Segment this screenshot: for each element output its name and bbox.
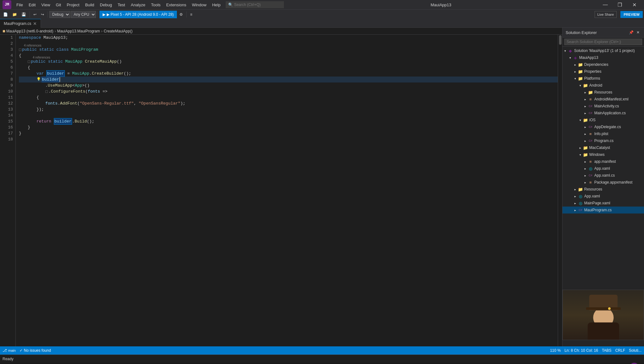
tree-arrow-platforms[interactable]: ▾: [573, 77, 578, 80]
tree-arrow-project[interactable]: ▾: [568, 56, 573, 60]
tree-item-windows[interactable]: ▾📁Windows: [562, 151, 644, 158]
doc-tab-mauiprogram[interactable]: MauiProgram.cs ✕: [0, 19, 41, 28]
code-line-18[interactable]: [19, 136, 558, 142]
tree-item-mainactivity[interactable]: ▸C#MainActivity.cs: [562, 103, 644, 110]
tree-arrow-dependencies[interactable]: ▸: [573, 63, 578, 66]
code-line-5[interactable]: 4 referencespublic static MauiApp Create…: [19, 59, 558, 65]
tree-arrow-androidmanifest[interactable]: ▸: [583, 98, 588, 101]
breadcrumb-namespace[interactable]: ◼ MauiApp13 (net6.0-android): [3, 29, 53, 33]
se-close-icon[interactable]: ✕: [635, 30, 641, 35]
tree-arrow-ios[interactable]: ▾: [578, 118, 583, 122]
collapse-marker-10[interactable]: [45, 90, 48, 93]
close-tab-button[interactable]: ✕: [33, 21, 37, 26]
tree-arrow-appxaml-win[interactable]: ▸: [583, 167, 588, 170]
breadcrumb-method[interactable]: CreateMauiApp(): [104, 29, 133, 33]
menu-test[interactable]: Test: [115, 2, 128, 8]
tree-item-project[interactable]: ▾◈MauiApp13: [562, 54, 644, 61]
tree-item-appmanifest[interactable]: ▸≡app.manifest: [562, 158, 644, 165]
tree-item-ios[interactable]: ▾📁iOS: [562, 117, 644, 123]
menu-build[interactable]: Build: [82, 2, 97, 8]
menu-view[interactable]: View: [39, 2, 53, 8]
lightbulb-icon-8[interactable]: 💡: [37, 77, 41, 82]
save-btn[interactable]: 💾: [20, 11, 28, 18]
menu-git[interactable]: Git: [53, 2, 64, 8]
minimize-button[interactable]: —: [598, 0, 613, 9]
tree-item-dependencies[interactable]: ▸📁Dependencies: [562, 61, 644, 68]
tree-item-mainapplication[interactable]: ▸C#MainApplication.cs: [562, 110, 644, 117]
tree-arrow-windows[interactable]: ▾: [578, 153, 583, 156]
menu-tools[interactable]: Tools: [149, 2, 163, 8]
menu-file[interactable]: File: [14, 2, 25, 8]
tree-arrow-mauiprogram[interactable]: ▸: [573, 208, 578, 212]
se-search-input[interactable]: [564, 39, 642, 45]
breadcrumb-class[interactable]: MauiApp13.MauiProgram: [57, 29, 100, 33]
tree-item-appdelegate[interactable]: ▸C#AppDelegate.cs: [562, 123, 644, 130]
toolbar-more[interactable]: ≡: [188, 11, 194, 18]
tree-arrow-mainapplication[interactable]: ▸: [583, 111, 588, 115]
tree-item-appxaml-win[interactable]: ▸◎App.xaml: [562, 165, 644, 172]
code-line-2[interactable]: [19, 41, 558, 47]
code-line-12[interactable]: fonts.AddFont("OpenSans-Regular.ttf", "O…: [19, 100, 558, 106]
code-line-1[interactable]: namespace MauiApp13;: [19, 35, 558, 41]
code-line-10[interactable]: .ConfigureFonts(fonts =>: [19, 88, 558, 94]
code-line-16[interactable]: }: [19, 124, 558, 130]
close-button[interactable]: ✕: [627, 0, 641, 9]
tree-arrow-appxaml[interactable]: ▸: [573, 195, 578, 198]
code-line-9[interactable]: .UseMauiApp<App>(): [19, 82, 558, 88]
redo-btn[interactable]: ↪: [39, 11, 46, 18]
menu-extensions[interactable]: Extensions: [164, 2, 189, 8]
tree-item-solution[interactable]: ▾◆Solution 'MauiApp13' (1 of 1 project): [562, 47, 644, 54]
menu-help[interactable]: Help: [210, 2, 223, 8]
tree-arrow-properties[interactable]: ▸: [573, 70, 578, 73]
menu-project[interactable]: Project: [64, 2, 82, 8]
tree-arrow-appdelegate[interactable]: ▸: [583, 125, 588, 129]
status-crlf[interactable]: CRLF: [615, 348, 625, 353]
code-line-6[interactable]: {: [19, 65, 558, 71]
maximize-button[interactable]: ❐: [613, 0, 627, 9]
live-share-button[interactable]: Live Share: [595, 11, 617, 18]
cpu-config-dropdown[interactable]: Any CPU: [71, 11, 96, 18]
editor-scrollbar[interactable]: [558, 35, 562, 346]
code-line-11[interactable]: {: [19, 94, 558, 100]
code-line-7[interactable]: var builder = MauiApp.CreateBuilder();: [19, 71, 558, 77]
tree-item-infoplist[interactable]: ▸≡Info.plist: [562, 130, 644, 137]
menu-analyze[interactable]: Analyze: [128, 2, 148, 8]
tree-item-androidmanifest[interactable]: ▸≡AndroidManifest.xml: [562, 96, 644, 103]
attach-btn[interactable]: ⚙: [178, 11, 185, 18]
debug-config-dropdown[interactable]: Debug: [49, 11, 70, 18]
tree-arrow-mainpage[interactable]: ▸: [573, 202, 578, 205]
status-no-issues[interactable]: ✓ No issues found: [20, 348, 51, 353]
tree-item-mainpage[interactable]: ▸◎MainPage.xaml: [562, 200, 644, 207]
code-editor[interactable]: 123456789101112131415161718 namespace Ma…: [0, 35, 562, 346]
menu-edit[interactable]: Edit: [26, 2, 38, 8]
open-btn[interactable]: 📁: [10, 11, 19, 18]
tree-arrow-maccatalyst[interactable]: ▸: [578, 146, 583, 150]
tree-arrow-android[interactable]: ▾: [578, 84, 583, 87]
tree-item-resources[interactable]: ▸📁Resources: [562, 89, 644, 96]
search-input[interactable]: [234, 3, 281, 7]
tree-arrow-appxaml-cs[interactable]: ▸: [583, 174, 588, 177]
code-line-4[interactable]: {: [19, 53, 558, 59]
tree-arrow-packagemanifest[interactable]: ▸: [583, 181, 588, 184]
tree-arrow-programcs-ios[interactable]: ▸: [583, 139, 588, 143]
tree-arrow-infoplist[interactable]: ▸: [583, 132, 588, 136]
tree-item-maccatalyst[interactable]: ▸📁MacCatalyst: [562, 144, 644, 151]
tree-item-android[interactable]: ▾📁Android: [562, 82, 644, 89]
menu-window[interactable]: Window: [189, 2, 209, 8]
tree-item-programcs-ios[interactable]: ▸C#Program.cs: [562, 137, 644, 144]
code-line-15[interactable]: return builder.Build();: [19, 118, 558, 124]
code-line-14[interactable]: [19, 112, 558, 118]
tree-item-mauiprogram[interactable]: ▸C#MauiProgram.cs: [562, 207, 644, 213]
tree-arrow-resources[interactable]: ▸: [583, 91, 588, 94]
tree-item-appxaml-cs[interactable]: ▸C#App.xaml.cs: [562, 172, 644, 179]
status-branch[interactable]: ⎇ main: [3, 348, 16, 353]
run-button[interactable]: ▶ ▶ Pixel 5 - API 28 (Android 9.0 - API …: [99, 11, 177, 18]
undo-btn[interactable]: ↩: [31, 11, 38, 18]
preview-button[interactable]: PREVIEW: [620, 11, 643, 18]
code-content[interactable]: namespace MauiApp13;4 referencespublic s…: [16, 35, 558, 346]
code-line-17[interactable]: }: [19, 130, 558, 136]
tree-item-appxaml[interactable]: ▸◎App.xaml: [562, 193, 644, 200]
tree-item-platforms[interactable]: ▾📁Platforms: [562, 75, 644, 82]
collapse-marker-5[interactable]: [28, 60, 30, 63]
tree-item-resources2[interactable]: ▸📁Resources: [562, 186, 644, 193]
